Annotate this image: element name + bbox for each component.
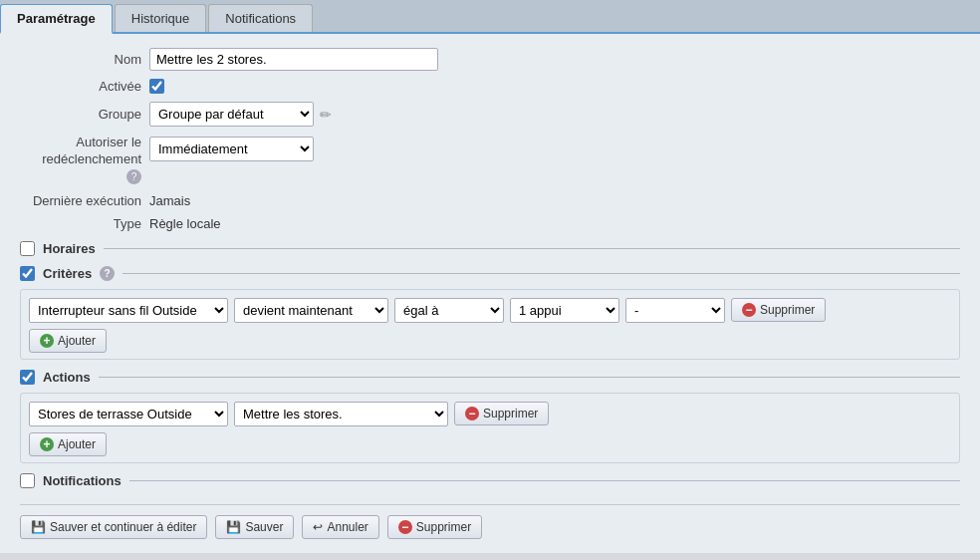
groupe-row: Groupe Groupe par défaut ✏ [20,102,960,127]
tab-historique[interactable]: Historique [115,4,207,32]
action-device-select[interactable]: Stores de terrasse Outside [29,402,228,426]
autoriser-help-icon[interactable]: ? [126,169,141,184]
criteria-condition-select[interactable]: égal à [394,298,504,323]
criteres-checkbox[interactable] [20,266,35,281]
derniere-label: Dernière exécution [20,193,149,208]
criteria-operator-select[interactable]: devient maintenant [234,298,388,323]
criteres-block: Interrupteur sans fil Outside devient ma… [20,289,960,360]
nom-label: Nom [20,52,149,67]
criteria-add-button[interactable]: + Ajouter [29,329,107,353]
actions-section-header: Actions [20,370,960,385]
action-row-1: Stores de terrasse Outside Mettre les st… [29,402,951,426]
delete-button[interactable]: − Supprimer [387,515,482,539]
criteria-extra-select[interactable]: - [625,298,725,323]
footer-bar: 💾 Sauver et continuer à éditer 💾 Sauver … [20,504,960,539]
derniere-row: Dernière exécution Jamais [20,193,960,208]
tabs-bar: Paramétrage Historique Notifications [0,0,980,34]
criteria-add-icon: + [40,334,54,348]
cancel-undo-icon: ↩ [313,520,323,534]
criteria-row-1: Interrupteur sans fil Outside devient ma… [29,298,951,323]
action-action-select[interactable]: Mettre les stores. [234,402,448,426]
actions-line [99,377,960,378]
horaires-label: Horaires [43,241,96,256]
save-floppy-icon: 💾 [226,520,241,534]
cancel-button[interactable]: ↩ Annuler [302,515,378,539]
horaires-checkbox[interactable] [20,241,35,256]
criteres-label: Critères ? [43,266,115,281]
main-content: Nom Activée Groupe Groupe par défaut ✏ A… [0,34,980,553]
autoriser-row: Autoriser le redéclenchement ? Immédiate… [20,135,960,185]
actions-block: Stores de terrasse Outside Mettre les st… [20,393,960,463]
derniere-value: Jamais [149,193,190,208]
type-label: Type [20,216,149,231]
notif-label: Notifications [43,473,122,488]
notif-checkbox[interactable] [20,473,35,488]
actions-label: Actions [43,370,91,385]
save-continue-floppy-icon: 💾 [31,520,46,534]
notif-section-header: Notifications [20,473,960,488]
type-row: Type Règle locale [20,216,960,231]
activee-checkbox[interactable] [149,79,164,94]
action-remove-button[interactable]: − Supprimer [454,402,549,425]
type-value: Règle locale [149,216,221,231]
action-add-row: + Ajouter [29,432,951,456]
nom-input[interactable] [149,48,438,71]
horaires-line [104,248,960,249]
tab-parametrage[interactable]: Paramétrage [0,4,113,34]
horaires-section: Horaires [20,241,960,256]
nom-row: Nom [20,48,960,71]
notif-line [129,480,960,481]
actions-checkbox[interactable] [20,370,35,385]
criteria-device-select[interactable]: Interrupteur sans fil Outside [29,298,228,323]
action-add-button[interactable]: + Ajouter [29,432,107,456]
action-remove-icon: − [465,407,479,420]
save-continue-button[interactable]: 💾 Sauver et continuer à éditer [20,515,207,539]
tab-notifications[interactable]: Notifications [208,4,313,32]
save-button[interactable]: 💾 Sauver [215,515,294,539]
criteria-remove-icon: − [742,303,756,317]
criteria-remove-button[interactable]: − Supprimer [731,298,826,322]
activee-label: Activée [20,79,149,94]
groupe-label: Groupe [20,107,149,122]
pencil-icon[interactable]: ✏ [320,107,332,123]
criteria-add-row: + Ajouter [29,329,951,353]
action-add-icon: + [40,437,54,451]
criteria-value-select[interactable]: 1 appui [510,298,619,323]
autoriser-label: Autoriser le redéclenchement ? [20,135,149,185]
criteres-line [122,273,960,274]
groupe-select[interactable]: Groupe par défaut [149,102,314,127]
criteres-section-header: Critères ? [20,266,960,281]
criteres-help-icon[interactable]: ? [100,266,115,281]
autoriser-select[interactable]: Immédiatement [149,137,314,161]
delete-remove-icon: − [398,520,412,534]
activee-row: Activée [20,79,960,94]
